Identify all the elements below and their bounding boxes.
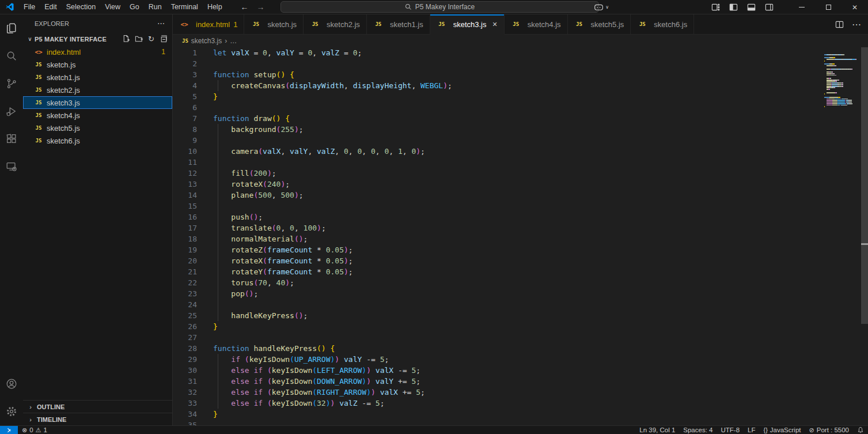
code-line-33: 33 else if (keyIsDown(32)) valZ -= 5; [173,398,868,409]
tab-sketch2.js[interactable]: JSsketch2.js [304,14,367,34]
token: 0.05 [326,256,344,265]
activity-explorer-icon[interactable] [0,14,23,42]
token: ; [299,191,304,199]
file-row-sketch3.js[interactable]: JSsketch3.js [23,96,172,109]
line-number: 26 [173,322,197,331]
copilot-button[interactable]: ∨ [594,3,609,12]
token: ( [263,246,267,254]
menu-edit[interactable]: Edit [40,0,62,14]
customize-layout-icon[interactable] [711,3,720,12]
tab-sketch.js[interactable]: JSsketch.js [244,14,304,34]
menu-selection[interactable]: Selection [62,0,100,14]
activity-source-control-icon[interactable] [0,70,23,97]
menu-go[interactable]: Go [125,0,144,14]
token [213,311,231,320]
section-outline[interactable]: ›OUTLINE [23,400,172,413]
indentation[interactable]: Spaces: 4 [679,426,717,434]
token [213,267,231,276]
token: valZ [317,147,335,156]
toggle-panel-icon[interactable] [747,3,756,12]
toggle-primary-sidebar-icon[interactable] [729,3,738,12]
explorer-more-actions-icon[interactable]: ⋯ [157,19,165,28]
scrollbar[interactable] [861,47,868,425]
encoding[interactable]: UTF-8 [717,426,744,434]
collapse-all-icon[interactable] [159,35,168,43]
new-file-icon[interactable] [122,35,130,43]
tab-close-icon[interactable]: ✕ [492,21,498,28]
code-editor[interactable]: 1let valX = 0, valY = 0, valZ = 0;23func… [173,47,868,425]
breadcrumb[interactable]: JS sketch3.js › … [173,35,868,47]
nav-back-button[interactable]: ← [241,2,249,12]
token: valX [263,147,281,156]
command-center-search[interactable]: P5 Makey Interface [281,1,599,13]
activity-extensions-icon[interactable] [0,125,23,153]
token: push [231,213,249,221]
new-folder-icon[interactable] [135,35,143,43]
code-line-27: 27 [173,332,868,343]
toggle-secondary-sidebar-icon[interactable] [765,3,774,12]
token: rotateY [231,267,263,276]
window-maximize-button[interactable] [815,0,842,14]
remote-indicator[interactable] [0,426,18,434]
tab-sketch6.js[interactable]: JSsketch6.js [631,14,694,34]
tab-sketch5.js[interactable]: JSsketch5.js [568,14,631,34]
tab-sketch3.js[interactable]: JSsketch3.js✕ [430,14,505,35]
split-editor-icon[interactable] [835,20,844,29]
menu-help[interactable]: Help [203,0,227,14]
tab-sketch1.js[interactable]: JSsketch1.js [367,14,430,34]
cursor-position[interactable]: Ln 39, Col 1 [635,426,679,434]
file-row-index.html[interactable]: <>index.html1 [23,46,172,58]
activity-search-icon[interactable] [0,42,23,70]
eol[interactable]: LF [744,426,759,434]
tab-badge: 1 [233,20,237,29]
file-row-sketch5.js[interactable]: JSsketch5.js [23,122,172,134]
file-row-sketch6.js[interactable]: JSsketch6.js [23,134,172,147]
minimap-line [824,57,860,58]
token [335,399,339,407]
minimap-token [847,105,847,106]
code-line-16: 16 push(); [173,212,868,222]
live-server-port[interactable]: ⊘Port : 5500 [805,426,853,434]
project-section-header[interactable]: ∨ P5 MAKEY INTERFACE ↻ [23,32,172,46]
menu-view[interactable]: View [100,0,125,14]
scrollbar-slider[interactable] [861,47,868,324]
line-number: 1 [173,48,197,57]
line-number: 15 [173,202,197,210]
tab-sketch4.js[interactable]: JSsketch4.js [505,14,568,34]
token: 500 [258,191,271,199]
token: normalMaterial [231,235,294,243]
notifications[interactable] [853,426,868,434]
minimap-token [827,84,831,85]
activity-account-icon[interactable] [0,370,23,398]
menu-run[interactable]: Run [144,0,166,14]
menu-file[interactable]: File [19,0,40,14]
window-close-button[interactable]: ✕ [842,0,868,14]
token: , [335,147,344,156]
file-row-sketch2.js[interactable]: JSsketch2.js [23,84,172,96]
token: draw [253,114,271,123]
minimap-token [824,97,829,98]
token: ) [344,256,348,265]
problems-status[interactable]: ⊗ 0 ⚠ 1 [18,426,51,434]
code-line-23: 23 pop(); [173,288,868,299]
menu-terminal[interactable]: Terminal [166,0,203,14]
language-mode[interactable]: {}JavaScript [759,426,805,434]
minimap[interactable] [824,54,860,110]
token: ) [362,366,366,375]
token: 0.05 [326,267,344,276]
token: ( [290,355,294,364]
file-row-sketch4.js[interactable]: JSsketch4.js [23,109,172,122]
editor-more-actions-icon[interactable]: ⋯ [852,19,861,30]
status-label: Ln 39, Col 1 [639,427,675,433]
window-minimize-button[interactable] [789,0,815,14]
tab-index.html[interactable]: <>index.html1 [173,14,244,34]
refresh-icon[interactable]: ↻ [148,35,154,43]
nav-forward-button[interactable]: → [257,2,265,12]
minimap-line [824,95,860,96]
file-row-sketch1.js[interactable]: JSsketch1.js [23,71,172,84]
activity-settings-icon[interactable] [0,398,23,425]
activity-run-debug-icon[interactable] [0,97,23,125]
activity-remote-explorer-icon[interactable] [0,153,23,180]
section-timeline[interactable]: ›TIMELINE [23,413,172,425]
file-row-sketch.js[interactable]: JSsketch.js [23,58,172,71]
